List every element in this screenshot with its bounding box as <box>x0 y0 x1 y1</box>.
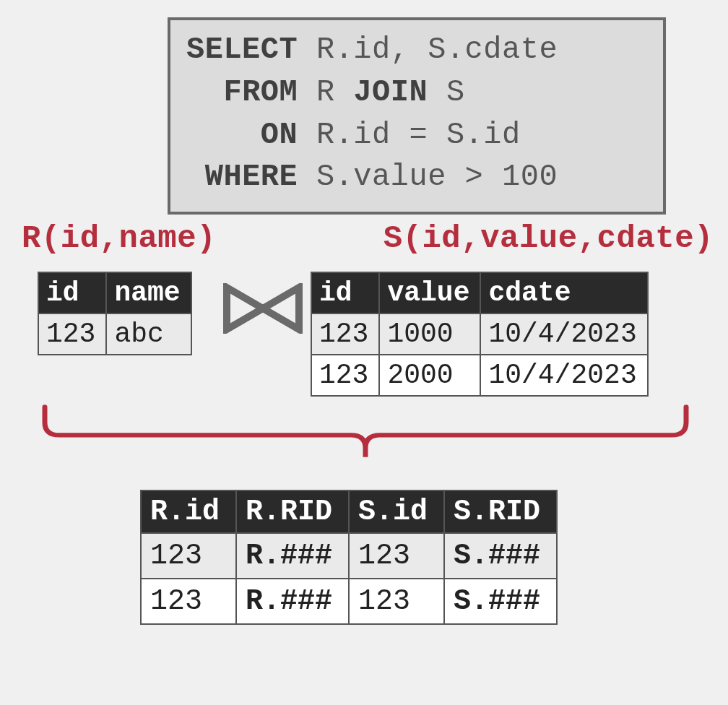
cell: 123 <box>141 579 236 624</box>
sql-keyword-on: ON <box>261 118 298 152</box>
table-row: 123 1000 10/4/2023 <box>311 313 648 355</box>
table-result: R.id R.RID S.id S.RID 123 R.### 123 S.##… <box>140 490 558 625</box>
sql-query-box: SELECT R.id, S.cdate FROM R JOIN S ON R.… <box>168 17 666 215</box>
cell: R.### <box>236 579 349 624</box>
cell: S.### <box>444 533 557 579</box>
sql-text: R.id, S.cdate <box>298 33 558 67</box>
sql-text: R <box>298 75 353 110</box>
col-header-name: name <box>106 272 191 313</box>
cell: 1000 <box>379 313 480 355</box>
table-row: id name <box>38 272 191 313</box>
table-row: 123 R.### 123 S.### <box>141 579 557 624</box>
cell: 10/4/2023 <box>480 355 647 396</box>
cell: R.### <box>236 533 349 579</box>
cell: S.### <box>444 579 557 624</box>
sql-keyword-from: FROM <box>223 75 298 110</box>
table-s: id value cdate 123 1000 10/4/2023 123 20… <box>311 272 649 397</box>
sql-keyword-select: SELECT <box>186 33 298 67</box>
cell: abc <box>106 313 191 355</box>
cell: 2000 <box>379 355 480 396</box>
cell: 123 <box>141 533 236 579</box>
sql-text: S <box>428 75 464 110</box>
table-row: 123 R.### 123 S.### <box>141 533 557 579</box>
brace-icon <box>40 403 690 461</box>
schema-label-s: S(id,value,cdate) <box>384 220 714 256</box>
schema-label-r: R(id,name) <box>22 220 216 256</box>
sql-text: R.id = S.id <box>298 118 520 152</box>
cell: 10/4/2023 <box>480 313 647 355</box>
cell: 123 <box>311 355 379 396</box>
join-icon <box>222 283 303 334</box>
cell: 123 <box>311 313 379 355</box>
col-header-id: id <box>311 272 379 313</box>
cell: 123 <box>349 533 444 579</box>
sql-keyword-join: JOIN <box>353 75 428 110</box>
table-row: 123 abc <box>38 313 191 355</box>
col-header: R.id <box>141 490 236 533</box>
schema-labels: R(id,name) S(id,value,cdate) <box>22 220 714 256</box>
col-header-value: value <box>379 272 480 313</box>
col-header: R.RID <box>236 490 349 533</box>
col-header-cdate: cdate <box>480 272 647 313</box>
table-row: R.id R.RID S.id S.RID <box>141 490 557 533</box>
table-row: 123 2000 10/4/2023 <box>311 355 648 396</box>
col-header-id: id <box>38 272 106 313</box>
cell: 123 <box>38 313 106 355</box>
cell: 123 <box>349 579 444 624</box>
col-header: S.id <box>349 490 444 533</box>
table-row: id value cdate <box>311 272 648 313</box>
table-r: id name 123 abc <box>38 272 192 355</box>
sql-keyword-where: WHERE <box>205 160 298 194</box>
col-header: S.RID <box>444 490 557 533</box>
sql-text: S.value > 100 <box>298 160 558 194</box>
